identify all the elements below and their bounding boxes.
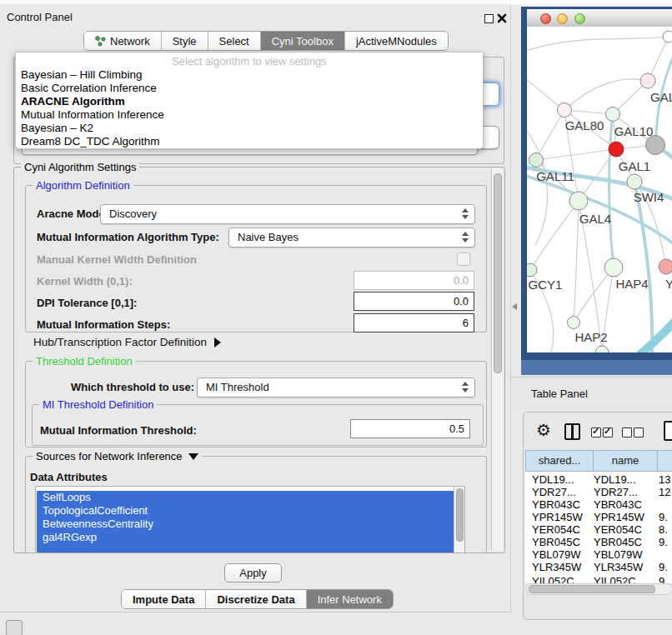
attr-item-selfloops[interactable]: SelfLoops [37, 491, 457, 504]
select-all-check-icon[interactable] [591, 428, 601, 438]
splitter-collapse-icon[interactable] [512, 303, 517, 310]
mi-threshold-group-title: MI Threshold Definition [39, 398, 157, 411]
mi-type-combo[interactable]: Naive Bayes [228, 228, 475, 248]
column-browser-icon[interactable] [564, 423, 580, 440]
dropdown-prompt: Select algorithm to view settings [16, 55, 483, 68]
kernel-width-label: Kernel Width (0,1): [37, 275, 133, 288]
network-window-titlebar[interactable] [527, 9, 672, 28]
attr-item-topologicalcoefficient[interactable]: TopologicalCoefficient [37, 504, 457, 518]
table-panel-header: Table Panel [511, 377, 672, 411]
attr-item-partial[interactable] [37, 544, 457, 552]
algorithm-dropdown: Select algorithm to view settings Bayesi… [15, 52, 484, 149]
table-hscrollbar-thumb[interactable] [529, 585, 655, 593]
combo-stepper-icon [462, 382, 469, 393]
panel-title: Control Panel [7, 11, 73, 23]
select-all-check2-icon[interactable] [603, 428, 613, 438]
mi-type-label: Mutual Information Algorithm Type: [37, 231, 219, 243]
column-header-partial[interactable] [657, 450, 672, 472]
hub-definition-label: Hub/Transcription Factor Definition [33, 336, 207, 348]
tab-impute-data[interactable]: Impute Data [122, 590, 205, 608]
table-panel-title: Table Panel [531, 388, 588, 400]
gear-icon[interactable]: ⚙ [536, 420, 551, 440]
tab-cyni-toolbox[interactable]: Cyni Toolbox [260, 32, 344, 50]
which-threshold-combo[interactable]: MI Threshold [197, 378, 475, 398]
attr-item-gal4rgexp[interactable]: gal4RGexp [37, 531, 457, 544]
manual-kernel-checkbox[interactable] [457, 252, 470, 266]
control-panel: Control Panel Network Style Select Cyni … [0, 4, 511, 612]
deselect-all2-icon[interactable] [634, 428, 644, 438]
restore-panel-icon[interactable] [6, 620, 23, 635]
node-label-gal-partial: GAL [650, 90, 672, 104]
close-icon[interactable] [497, 13, 507, 23]
tab-discretize-data[interactable]: Discretize Data [205, 590, 305, 608]
node-table[interactable]: YDL19...YDL19...13 YDR27...YDR27...12 YB… [525, 472, 672, 583]
tab-infer-network[interactable]: Infer Network [306, 590, 393, 608]
expand-right-icon [214, 338, 221, 348]
node-label-swi4: SWI4 [634, 190, 664, 204]
mi-steps-field[interactable]: 6 [354, 313, 474, 332]
collapse-down-icon [188, 453, 198, 460]
attributes-scrollbar[interactable] [454, 487, 464, 552]
tab-network[interactable]: Network [84, 32, 161, 50]
mi-threshold-label: Mutual Information Threshold: [40, 424, 197, 437]
sources-title: Sources for Network Inference [36, 450, 183, 462]
screen: Control Panel Network Style Select Cyni … [0, 0, 672, 635]
node-label-gal11: GAL11 [536, 169, 574, 183]
hub-definition-expander[interactable]: Hub/Transcription Factor Definition [33, 336, 221, 348]
node-label-gal1: GAL1 [619, 159, 650, 173]
tab-style[interactable]: Style [161, 32, 208, 50]
kernel-width-field[interactable]: 0.0 [354, 271, 474, 290]
minimize-window-icon[interactable] [557, 13, 568, 24]
tab-label: Network [110, 35, 150, 48]
algo-item-bayesian-k2[interactable]: Bayesian – K2 [21, 122, 93, 134]
tab-jactivemnodules[interactable]: jActiveMNodules [344, 32, 448, 50]
maximize-window-icon[interactable] [574, 13, 585, 24]
combo-stepper-icon [462, 232, 469, 243]
algo-item-dream8[interactable]: Dream8 DC_TDC Algorithm [21, 135, 160, 148]
float-panel-icon[interactable] [484, 14, 494, 23]
node-label-gcy1: GCY1 [529, 278, 563, 292]
cyni-settings-title: Cyni Algorithm Settings [21, 161, 139, 173]
network-window: GAL GAL80 GAL10 GAL1 GAL11 SWI4 GAL4 GCY… [521, 7, 672, 360]
aracne-mode-label: Aracne Mode: [37, 208, 108, 220]
mi-threshold-field[interactable]: 0.5 [350, 419, 470, 438]
close-window-icon[interactable] [540, 13, 551, 24]
data-attributes-label: Data Attributes [30, 471, 108, 483]
mi-steps-label: Mutual Information Steps: [37, 318, 170, 331]
settings-scrollbar-thumb[interactable] [494, 173, 502, 373]
network-icon [95, 36, 106, 47]
algo-item-basic-correlation[interactable]: Basic Correlation Inference [21, 82, 157, 94]
node-label-gal80: GAL80 [565, 118, 604, 132]
new-table-icon[interactable] [664, 421, 672, 441]
aracne-mode-combo[interactable]: Discovery [100, 204, 475, 224]
algo-item-bayesian-hill[interactable]: Bayesian – Hill Climbing [21, 68, 143, 81]
node-label-gal4: GAL4 [579, 212, 611, 226]
algorithm-definition-title: Algorithm Definition [33, 179, 133, 192]
sources-collapse[interactable]: Sources for Network Inference [33, 450, 202, 462]
attributes-scrollbar-thumb[interactable] [456, 488, 464, 542]
dpi-tolerance-field[interactable]: 0.0 [354, 292, 474, 311]
bottom-tabs: Impute Data Discretize Data Infer Networ… [121, 589, 394, 609]
manual-kernel-label: Manual Kernel Width Definition [37, 253, 197, 266]
column-header-name[interactable]: name [593, 450, 658, 472]
data-attributes-list[interactable]: SelfLoops TopologicalCoefficient Between… [35, 486, 465, 553]
settings-scrollbar[interactable] [491, 168, 503, 550]
combo-stepper-icon [462, 208, 469, 220]
deselect-all-icon[interactable] [622, 428, 632, 438]
tab-select[interactable]: Select [208, 32, 260, 50]
algo-item-mutual-information[interactable]: Mutual Information Inference [21, 108, 164, 121]
table-hscrollbar[interactable] [526, 583, 672, 595]
network-canvas[interactable]: GAL GAL80 GAL10 GAL1 GAL11 SWI4 GAL4 GCY… [527, 27, 672, 352]
apply-button[interactable]: Apply [224, 563, 282, 582]
node-label-y-partial: Y [665, 277, 672, 291]
node-label-hap4: HAP4 [615, 277, 648, 291]
control-panel-tabs: Network Style Select Cyni Toolbox jActiv… [83, 31, 449, 51]
attr-item-betweennesscentrality[interactable]: BetweennessCentrality [37, 518, 457, 531]
threshold-definition-title: Threshold Definition [33, 355, 136, 368]
node-label-gal10: GAL10 [614, 124, 654, 138]
which-threshold-label: Which threshold to use: [71, 381, 194, 393]
algo-item-aracne[interactable]: ARACNE Algorithm [21, 95, 125, 108]
node-label-hap2: HAP2 [574, 330, 607, 344]
column-header-shared[interactable]: shared... [525, 450, 594, 472]
dpi-tolerance-label: DPI Tolerance [0,1]: [37, 297, 137, 309]
